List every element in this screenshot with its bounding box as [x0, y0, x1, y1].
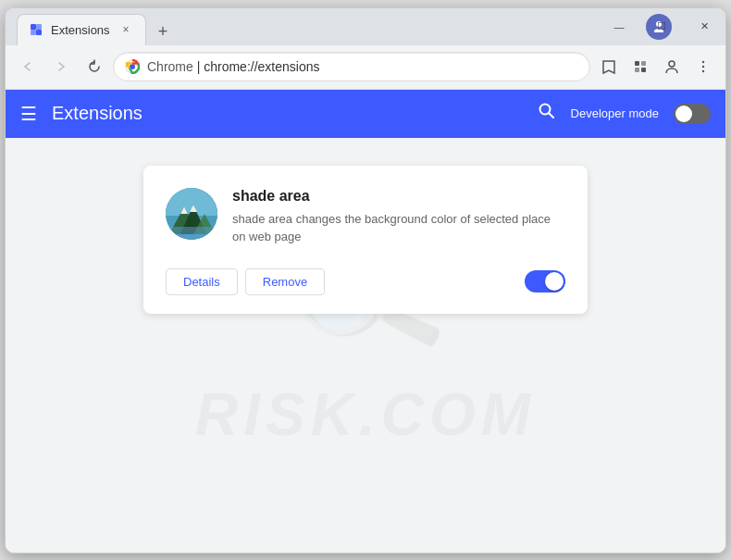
window-controls: — ☐ ✕: [598, 8, 725, 45]
extension-description: shade area changes the background color …: [232, 210, 565, 246]
card-actions: Details Remove: [166, 268, 565, 295]
address-bar-row: Chrome | chrome://extensions: [6, 45, 725, 90]
profile-button[interactable]: [657, 52, 687, 81]
close-button[interactable]: ✕: [683, 8, 725, 45]
extension-toggle-knob: [545, 272, 564, 291]
developer-mode-toggle-knob: [675, 106, 692, 122]
card-buttons: Details Remove: [166, 268, 325, 295]
back-button[interactable]: [13, 52, 43, 81]
site-name: Chrome: [147, 59, 193, 74]
svg-rect-0: [31, 24, 36, 30]
toolbar-icons: [594, 52, 718, 81]
new-tab-button[interactable]: +: [150, 19, 176, 45]
extension-card: shade area shade area changes the backgr…: [143, 166, 588, 314]
minimize-button[interactable]: —: [598, 8, 640, 45]
svg-rect-1: [36, 24, 42, 30]
developer-mode-label: Developer mode: [571, 106, 659, 120]
developer-mode-toggle[interactable]: [674, 104, 711, 124]
menu-button[interactable]: [688, 52, 718, 81]
extensions-page-title: Extensions: [52, 103, 523, 124]
bookmark-button[interactable]: [594, 52, 624, 81]
extension-enabled-toggle[interactable]: [525, 270, 565, 292]
search-icon[interactable]: [538, 102, 556, 125]
svg-point-11: [669, 61, 675, 67]
svg-rect-3: [36, 30, 42, 35]
tab-title: Extensions: [51, 23, 110, 37]
url-text: chrome://extensions: [204, 59, 319, 74]
extension-info: shade area shade area changes the backgr…: [232, 188, 565, 246]
tab-area: Extensions × +: [13, 8, 646, 45]
browser-window: Extensions × + — ☐ ✕: [5, 7, 726, 554]
svg-point-12: [702, 61, 704, 63]
svg-point-13: [702, 66, 704, 68]
details-button[interactable]: Details: [166, 268, 238, 295]
svg-rect-7: [635, 61, 639, 66]
chrome-logo-icon: [125, 59, 140, 74]
title-bar: Extensions × + — ☐ ✕: [6, 8, 725, 45]
svg-line-16: [549, 114, 553, 118]
address-bar[interactable]: Chrome | chrome://extensions: [113, 52, 590, 81]
active-tab[interactable]: Extensions ×: [17, 14, 146, 45]
card-top: shade area shade area changes the backgr…: [166, 188, 565, 246]
svg-rect-24: [166, 227, 217, 240]
extension-name: shade area: [232, 188, 565, 205]
svg-rect-8: [641, 61, 646, 66]
remove-button[interactable]: Remove: [245, 268, 325, 295]
main-content: 🔍 RISK.COM: [6, 138, 725, 553]
extensions-button[interactable]: [626, 52, 655, 81]
maximize-button[interactable]: ☐: [640, 8, 683, 45]
svg-rect-2: [31, 30, 36, 35]
watermark-text: RISK.COM: [195, 380, 536, 449]
hamburger-menu-icon[interactable]: ☰: [20, 103, 37, 125]
refresh-button[interactable]: [80, 52, 109, 81]
developer-mode-toggle-track[interactable]: [674, 104, 711, 124]
svg-point-14: [702, 70, 704, 72]
svg-rect-9: [635, 68, 639, 72]
svg-rect-10: [641, 68, 646, 72]
tab-close-button[interactable]: ×: [118, 21, 134, 38]
address-text: Chrome | chrome://extensions: [147, 59, 320, 74]
forward-button[interactable]: [46, 52, 76, 81]
extensions-header: ☰ Extensions Developer mode: [6, 90, 725, 138]
tab-favicon-icon: [29, 22, 43, 37]
extension-icon: [166, 188, 217, 240]
